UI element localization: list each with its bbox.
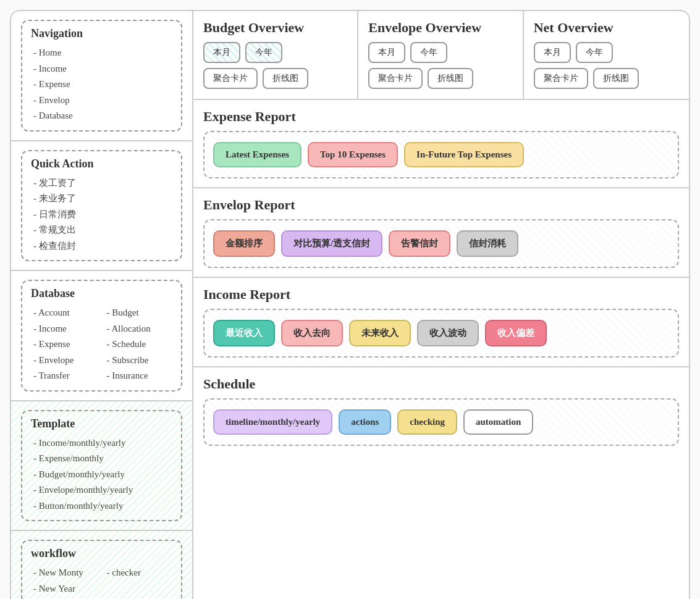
net-btn-year[interactable]: 今年	[576, 42, 613, 63]
db-budget[interactable]: - Budget	[107, 305, 173, 321]
actions-btn[interactable]: actions	[339, 409, 391, 435]
wf-new-year[interactable]: - New Year	[33, 581, 99, 597]
schedule-section: Schedule timeline/monthly/yearly actions…	[193, 367, 689, 454]
budget-btn-card[interactable]: 聚合卡片	[203, 68, 258, 89]
income-report-title: Income Report	[203, 287, 679, 303]
income-deviation-btn[interactable]: 收入偏差	[485, 320, 547, 346]
income-report-section: Income Report 最近收入 收入去向 未来收入 收入波动 收入偏差	[193, 278, 689, 367]
qa-business[interactable]: - 来业务了	[33, 191, 172, 207]
db-subscribe[interactable]: - Subscribe	[107, 353, 173, 369]
envelope-btn-month[interactable]: 本月	[368, 42, 405, 63]
envelop-report-buttons: 金额排序 对比预算/透支信封 告警信封 信封消耗	[213, 230, 669, 257]
qa-check-envelope[interactable]: - 检查信封	[33, 238, 172, 254]
timeline-btn[interactable]: timeline/monthly/yearly	[213, 409, 332, 435]
net-btn-card[interactable]: 聚合卡片	[534, 68, 588, 89]
db-envelope[interactable]: - Envelope	[33, 353, 99, 369]
recent-income-btn[interactable]: 最近收入	[213, 320, 275, 346]
envelope-overview: Envelope Overview 本月 今年 聚合卡片 折线图	[358, 11, 523, 99]
envelop-report-inner: 金额排序 对比预算/透支信封 告警信封 信封消耗	[203, 219, 679, 268]
tpl-envelope[interactable]: - Envelope/monthly/yearly	[33, 482, 172, 498]
envelope-btn-year[interactable]: 今年	[410, 42, 447, 63]
quick-action-items: - 发工资了 - 来业务了 - 日常消费 - 常规支出 - 检查信封	[31, 175, 172, 254]
tpl-button[interactable]: - Button/monthly/yearly	[33, 498, 172, 514]
checking-btn[interactable]: checking	[397, 409, 457, 435]
top10-expenses-btn[interactable]: Top 10 Expenses	[308, 142, 398, 167]
infuture-expenses-btn[interactable]: In-Future Top Expenses	[404, 142, 524, 167]
envelope-btn-card[interactable]: 聚合卡片	[368, 68, 423, 89]
envelope-consume-btn[interactable]: 信封消耗	[457, 230, 518, 257]
quick-action-box: Quick Action - 发工资了 - 来业务了 - 日常消费 - 常规支出…	[21, 150, 182, 262]
qa-salary[interactable]: - 发工资了	[33, 175, 172, 191]
future-income-btn[interactable]: 未来收入	[349, 320, 411, 346]
net-btn-row1: 本月 今年	[534, 42, 679, 63]
qa-daily[interactable]: - 日常消费	[33, 207, 172, 223]
nav-envelop[interactable]: - Envelop	[33, 93, 172, 109]
envelop-report-title: Envelop Report	[203, 197, 679, 213]
navigation-box: Navigation - Home - Income - Expense - E…	[21, 20, 182, 132]
database-section: Database - Account - Income - Expense - …	[11, 271, 192, 401]
income-report-inner: 最近收入 收入去向 未来收入 收入波动 收入偏差	[203, 309, 679, 358]
db-allocation[interactable]: - Allocation	[107, 321, 173, 337]
budget-btn-line[interactable]: 折线图	[263, 68, 308, 89]
amount-sort-btn[interactable]: 金额排序	[213, 230, 275, 257]
wf-checker[interactable]: - checker	[107, 565, 173, 581]
budget-btn-month[interactable]: 本月	[203, 42, 240, 63]
net-btn-row2: 聚合卡片 折线图	[534, 68, 679, 89]
nav-income[interactable]: - Income	[33, 61, 172, 77]
budget-overview-title: Budget Overview	[203, 20, 347, 36]
navigation-title: Navigation	[31, 27, 172, 40]
automation-btn[interactable]: automation	[463, 409, 533, 435]
envelope-overview-title: Envelope Overview	[368, 20, 512, 36]
database-col2: - Budget - Allocation - Schedule - Subsc…	[104, 305, 173, 384]
workflow-section: workflow - New Monty - New Year - checke…	[11, 531, 192, 599]
envelope-overview-buttons: 本月 今年 聚合卡片 折线图	[368, 42, 512, 89]
db-income[interactable]: - Income	[33, 321, 99, 337]
schedule-inner: timeline/monthly/yearly actions checking…	[203, 398, 679, 446]
budget-btn-row2: 聚合卡片 折线图	[203, 68, 347, 89]
envelope-btn-line[interactable]: 折线图	[428, 68, 473, 89]
database-title: Database	[31, 287, 172, 300]
tpl-budget[interactable]: - Budget/monthly/yearly	[33, 467, 172, 483]
tpl-income[interactable]: - Income/monthly/yearly	[33, 435, 172, 451]
envelope-btn-row2: 聚合卡片 折线图	[368, 68, 512, 89]
db-account[interactable]: - Account	[33, 305, 99, 321]
template-section: Template - Income/monthly/yearly - Expen…	[11, 401, 192, 532]
workflow-title: workflow	[31, 547, 172, 560]
income-fluctuation-btn[interactable]: 收入波动	[417, 320, 479, 346]
db-expense[interactable]: - Expense	[33, 337, 99, 353]
db-schedule[interactable]: - Schedule	[107, 337, 173, 353]
envelope-btn-row1: 本月 今年	[368, 42, 512, 63]
workflow-col1: - New Monty - New Year	[31, 565, 99, 597]
expense-report-section: Expense Report Latest Expenses Top 10 Ex…	[193, 100, 689, 188]
wf-new-monty[interactable]: - New Monty	[33, 565, 99, 581]
db-insurance[interactable]: - Insurance	[107, 368, 173, 384]
net-btn-month[interactable]: 本月	[534, 42, 571, 63]
nav-home[interactable]: - Home	[33, 45, 172, 61]
net-overview: Net Overview 本月 今年 聚合卡片 折线图	[524, 11, 689, 99]
nav-database[interactable]: - Database	[33, 108, 172, 124]
expense-report-buttons: Latest Expenses Top 10 Expenses In-Futur…	[213, 142, 669, 167]
expense-report-inner: Latest Expenses Top 10 Expenses In-Futur…	[203, 131, 679, 178]
navigation-section: Navigation - Home - Income - Expense - E…	[11, 11, 192, 141]
budget-btn-year[interactable]: 今年	[245, 42, 282, 63]
expense-report-title: Expense Report	[203, 109, 679, 125]
schedule-buttons: timeline/monthly/yearly actions checking…	[213, 409, 669, 435]
template-title: Template	[31, 417, 172, 430]
database-grid: - Account - Income - Expense - Envelope …	[31, 305, 172, 384]
budget-btn-row1: 本月 今年	[203, 42, 347, 63]
net-btn-line[interactable]: 折线图	[593, 68, 639, 89]
tpl-expense[interactable]: - Expense/monthly	[33, 451, 172, 467]
warning-envelope-btn[interactable]: 告警信封	[389, 230, 450, 257]
db-transfer[interactable]: - Transfer	[33, 368, 99, 384]
qa-regular[interactable]: - 常规支出	[33, 222, 172, 238]
nav-expense[interactable]: - Expense	[33, 77, 172, 93]
template-items: - Income/monthly/yearly - Expense/monthl…	[31, 435, 172, 514]
schedule-title: Schedule	[203, 376, 679, 392]
budget-compare-btn[interactable]: 对比预算/透支信封	[281, 230, 382, 257]
quick-action-section: Quick Action - 发工资了 - 来业务了 - 日常消费 - 常规支出…	[11, 141, 192, 272]
latest-expenses-btn[interactable]: Latest Expenses	[213, 142, 302, 167]
main-container: Navigation - Home - Income - Expense - E…	[10, 10, 690, 599]
overview-row: Budget Overview 本月 今年 聚合卡片 折线图 Envelope …	[193, 11, 689, 100]
database-box: Database - Account - Income - Expense - …	[21, 280, 182, 392]
income-direction-btn[interactable]: 收入去向	[281, 320, 343, 346]
